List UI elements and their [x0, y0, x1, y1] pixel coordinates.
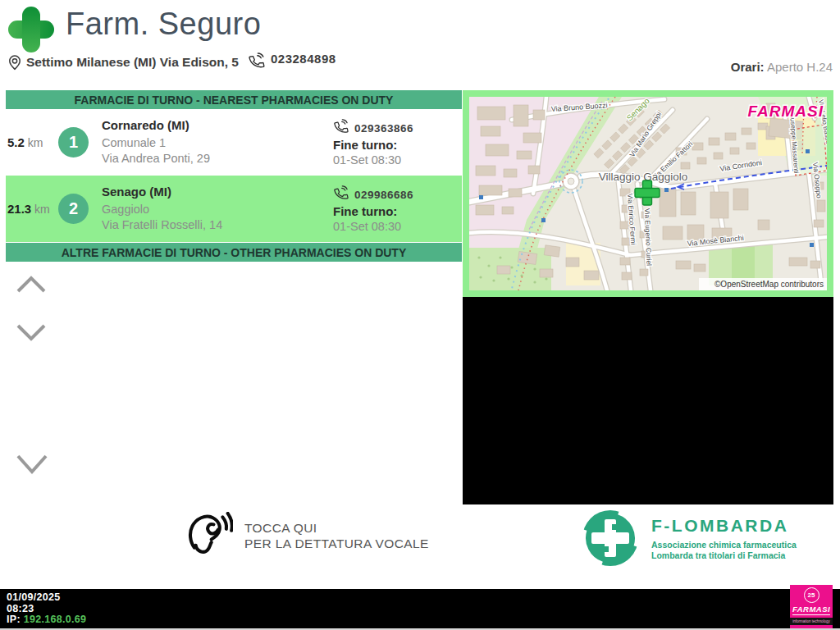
distance-unit: km — [25, 136, 43, 149]
f-lombarda-subtitle1: Associazione chimica farmaceutica — [651, 540, 797, 550]
other-pharmacies-header: ALTRE FARMACIE DI TURNO - OTHER PHARMACI… — [6, 243, 462, 262]
footer-date: 01/09/2025 — [7, 592, 840, 604]
farmasi-25-badge: 25 — [804, 587, 819, 603]
pharmacy-name: Gaggiolo — [102, 202, 333, 217]
location-pin-icon — [7, 52, 23, 72]
pharmacy-shift-info: 029986686 Fine turno: 01-Set 08:30 — [333, 185, 462, 233]
pharmacy-map[interactable]: Via Bruno Buozzi Senago Via Mario Greppi… — [463, 90, 833, 297]
f-lombarda-logo-icon — [581, 509, 640, 568]
pharmacy-phone: 029986686 — [354, 189, 413, 201]
page-down-button[interactable] — [15, 452, 49, 477]
ringing-phone-icon — [333, 185, 349, 202]
pharmacy-address: Via Andrea Ponti, 29 — [102, 151, 333, 167]
pharmacy-info: Cornaredo (MI) Comunale 1 Via Andrea Pon… — [102, 118, 333, 167]
shift-end-value: 01-Set 08:30 — [333, 220, 462, 233]
distance: 21.3 km — [6, 202, 52, 217]
voice-cta-line1: TOCCA QUI — [244, 520, 429, 536]
pharmacy-name: Comunale 1 — [102, 135, 333, 151]
chevron-down-icon — [15, 322, 48, 344]
distance-value: 5.2 — [7, 135, 25, 149]
ip-value: 192.168.0.69 — [24, 614, 87, 625]
f-lombarda-name: F-LOMBARDA — [651, 516, 797, 536]
kiosk-phone-number: 023284898 — [271, 52, 336, 66]
farmasi-footer-logo: 25 FARMASI information technology — [790, 585, 833, 628]
ip-label: IP: — [7, 614, 24, 625]
footer-ip: IP: 192.168.0.69 — [7, 614, 840, 626]
f-lombarda-subtitle2: Lombarda tra titolari di Farmacia — [651, 550, 797, 561]
voice-dictation-button[interactable]: TOCCA QUI PER LA DETTATURA VOCALE — [185, 512, 429, 559]
chevron-down-icon — [15, 452, 49, 477]
distance: 5.2 km — [6, 135, 52, 150]
scroll-up-button[interactable] — [15, 273, 48, 294]
ringing-phone-icon — [333, 119, 349, 135]
pharmacy-city: Cornaredo (MI) — [102, 118, 333, 132]
opening-hours: Orari: Aperto H.24 — [731, 60, 833, 74]
nearest-pharmacies-header: FARMACIE DI TURNO - NEAREST PHARMACIES O… — [6, 90, 462, 109]
footer-time: 08:23 — [7, 604, 840, 615]
openstreetmap-view: Via Bruno Buozzi Senago Via Mario Greppi… — [469, 97, 827, 290]
page-title: Farm. Seguro — [66, 7, 261, 42]
pharmacy-info: Senago (MI) Gaggiolo Via Fratelli Rossel… — [102, 185, 333, 233]
rank-badge: 2 — [58, 194, 89, 224]
ear-icon — [185, 512, 233, 559]
phone-icon — [248, 52, 266, 71]
rank-badge: 1 — [58, 127, 89, 158]
video-panel — [463, 297, 833, 504]
pharmacy-address: Via Fratelli Rosselli, 14 — [102, 217, 333, 233]
pharmacy-shift-info: 029363866 Fine turno: 01-Set 08:30 — [333, 119, 462, 167]
chevron-up-icon — [15, 273, 48, 294]
pharmacy-city: Senago (MI) — [102, 185, 333, 199]
shift-end-label: Fine turno: — [333, 138, 462, 152]
farmasi-logo-subtext: information technology — [790, 618, 833, 625]
scroll-down-button[interactable] — [15, 322, 48, 344]
hours-value: Aperto H.24 — [767, 60, 833, 74]
pharmacy-cross-logo — [7, 5, 56, 54]
distance-value: 21.3 — [7, 202, 31, 216]
kiosk-address: Settimo Milanese (MI) Via Edison, 5 — [26, 55, 239, 70]
map-attribution[interactable]: ©OpenStreetMap contributors — [714, 280, 824, 289]
farmasi-logo-text: FARMASI — [792, 605, 830, 615]
voice-cta-line2: PER LA DETTATURA VOCALE — [244, 536, 429, 551]
pharmacy-row-2-selected[interactable]: 21.3 km 2 Senago (MI) Gaggiolo Via Frate… — [6, 176, 462, 242]
status-footer: 01/09/2025 08:23 IP: 192.168.0.69 — [0, 589, 840, 628]
shift-end-label: Fine turno: — [333, 204, 462, 218]
pharmacy-phone: 029363866 — [354, 122, 413, 135]
shift-end-value: 01-Set 08:30 — [333, 153, 462, 167]
distance-unit: km — [31, 203, 50, 216]
hours-label: Orari: — [731, 60, 765, 74]
farmasi-map-logo: FARMASI — [748, 103, 824, 120]
f-lombarda-branding: F-LOMBARDA Associazione chimica farmaceu… — [581, 509, 797, 568]
pharmacy-row-1[interactable]: 5.2 km 1 Cornaredo (MI) Comunale 1 Via A… — [6, 109, 462, 176]
